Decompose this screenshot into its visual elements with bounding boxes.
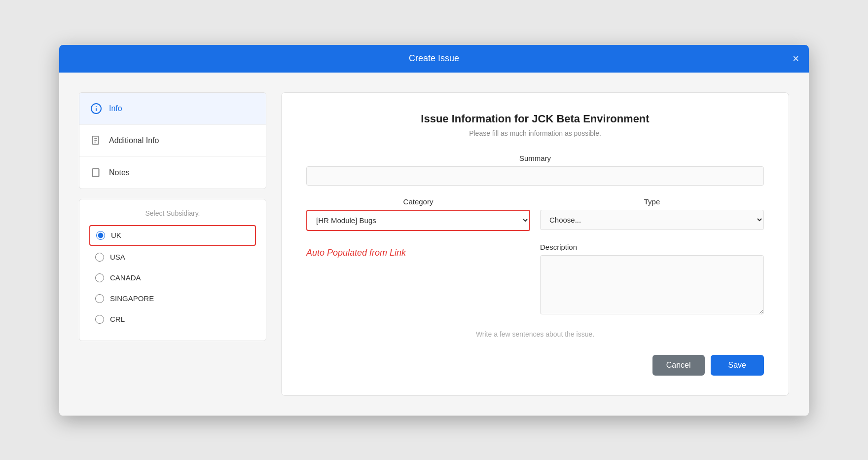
modal-header: Create Issue × xyxy=(59,45,809,73)
type-label: Type xyxy=(540,197,764,206)
description-label: Description xyxy=(540,243,764,251)
subsidiary-usa[interactable]: USA xyxy=(89,248,256,267)
subsidiary-uk-label: UK xyxy=(111,231,121,239)
subsidiary-usa-label: USA xyxy=(110,253,125,261)
save-button[interactable]: Save xyxy=(711,355,764,376)
subsidiary-canada-radio[interactable] xyxy=(95,273,104,282)
description-hint: Write a few sentences about the issue. xyxy=(306,330,764,338)
description-textarea[interactable] xyxy=(540,255,764,314)
modal-title: Create Issue xyxy=(409,53,459,64)
additional-info-icon xyxy=(89,134,103,148)
main-content: Issue Information for JCK Beta Environme… xyxy=(281,92,789,396)
subsidiary-singapore-radio[interactable] xyxy=(95,294,104,303)
subsidiary-uk[interactable]: UK xyxy=(89,225,256,246)
sidebar-item-notes-label: Notes xyxy=(109,168,130,177)
sidebar-item-info[interactable]: Info xyxy=(79,93,266,125)
subsidiary-canada[interactable]: CANADA xyxy=(89,268,256,287)
category-select[interactable]: [HR Module] Bugs xyxy=(306,210,530,231)
svg-rect-7 xyxy=(93,168,99,176)
close-button[interactable]: × xyxy=(793,53,799,64)
description-group: Description xyxy=(540,243,764,314)
cancel-button[interactable]: Cancel xyxy=(652,355,705,376)
sidebar-item-additional-info[interactable]: Additional Info xyxy=(79,125,266,157)
form-header: Issue Information for JCK Beta Environme… xyxy=(306,113,764,137)
type-group: Type Choose... Bug Feature Task Improvem… xyxy=(540,197,764,231)
info-icon xyxy=(89,102,103,115)
subsidiary-crl[interactable]: CRL xyxy=(89,310,256,329)
subsidiary-singapore[interactable]: SINGAPORE xyxy=(89,289,256,308)
subsidiary-singapore-label: SINGAPORE xyxy=(110,294,154,303)
subsidiary-uk-radio[interactable] xyxy=(96,231,105,240)
subsidiary-title: Select Subsidiary. xyxy=(89,209,256,217)
summary-label: Summary xyxy=(306,154,764,162)
summary-input[interactable] xyxy=(306,166,764,186)
subsidiary-canada-label: CANADA xyxy=(110,273,141,282)
sidebar-item-info-label: Info xyxy=(109,104,122,113)
subsidiary-crl-label: CRL xyxy=(110,315,125,323)
form-actions: Cancel Save xyxy=(306,355,764,376)
description-row: Auto Populated from Link Description xyxy=(306,243,764,314)
auto-populated-text: Auto Populated from Link xyxy=(306,243,530,263)
notes-icon xyxy=(89,166,103,180)
sidebar-item-notes[interactable]: Notes xyxy=(79,157,266,189)
category-label: Category xyxy=(306,197,530,206)
summary-group: Summary xyxy=(306,154,764,186)
type-select[interactable]: Choose... Bug Feature Task Improvement xyxy=(540,210,764,230)
subsidiary-panel: Select Subsidiary. UK USA CANADA xyxy=(79,199,266,341)
subsidiary-usa-radio[interactable] xyxy=(95,253,104,262)
subsidiary-crl-radio[interactable] xyxy=(95,315,104,324)
sidebar-item-additional-info-label: Additional Info xyxy=(109,136,159,145)
form-heading: Issue Information for JCK Beta Environme… xyxy=(306,113,764,125)
auto-populated-area: Auto Populated from Link xyxy=(306,243,530,263)
nav-panel: Info Additional Info xyxy=(79,92,266,189)
category-type-row: Category [HR Module] Bugs Type Choose...… xyxy=(306,197,764,231)
category-group: Category [HR Module] Bugs xyxy=(306,197,530,231)
sidebar: Info Additional Info xyxy=(79,92,266,396)
modal-body: Info Additional Info xyxy=(59,73,809,416)
create-issue-modal: Create Issue × Info xyxy=(59,45,809,416)
form-subheading: Please fill as much information as possi… xyxy=(306,129,764,137)
